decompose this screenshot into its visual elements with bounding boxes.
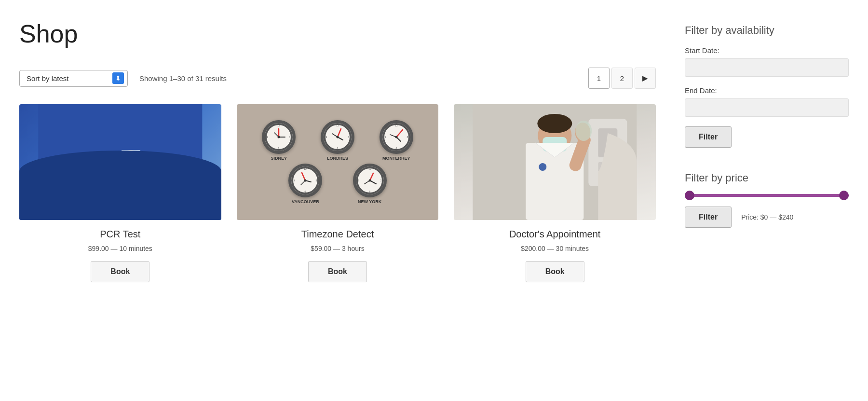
- page-2-button[interactable]: 2: [611, 68, 633, 89]
- product-meta-timezone: $59.00 — 3 hours: [311, 245, 364, 252]
- svg-text:12: 12: [277, 124, 280, 127]
- availability-filter-title: Filter by availability: [685, 24, 849, 37]
- price-filter-title: Filter by price: [685, 172, 849, 184]
- svg-line-9: [86, 162, 110, 169]
- svg-text:12: 12: [368, 167, 371, 170]
- svg-text:6: 6: [337, 147, 339, 150]
- product-card-timezone: 12 6 9 3 SIDNEY: [237, 104, 439, 282]
- results-count: Showing 1–30 of 31 results: [139, 74, 227, 83]
- page-1-button[interactable]: 1: [588, 68, 610, 89]
- sort-wrapper: Sort by latest Sort by price: low to hig…: [19, 70, 128, 87]
- svg-rect-6: [118, 167, 144, 206]
- price-slider[interactable]: [685, 194, 849, 197]
- book-button-timezone[interactable]: Book: [308, 261, 367, 282]
- availability-filter-button[interactable]: Filter: [685, 126, 732, 148]
- svg-rect-1: [38, 162, 202, 220]
- pagination: 1 2 ▶: [588, 68, 656, 89]
- svg-text:12: 12: [304, 167, 307, 170]
- svg-point-14: [278, 136, 280, 138]
- svg-text:9: 9: [326, 136, 327, 138]
- svg-point-50: [368, 180, 371, 182]
- sort-select[interactable]: Sort by latest Sort by price: low to hig…: [19, 70, 128, 87]
- svg-text:6: 6: [305, 190, 306, 193]
- svg-text:9: 9: [294, 179, 295, 182]
- price-filter-row: Filter Price: $0 — $240: [685, 207, 849, 228]
- page-next-button[interactable]: ▶: [635, 68, 656, 89]
- svg-text:3: 3: [380, 179, 381, 182]
- svg-text:3: 3: [348, 136, 350, 138]
- sidebar: Filter by availability Start Date: End D…: [685, 19, 849, 282]
- product-image-timezone: 12 6 9 3 SIDNEY: [237, 104, 439, 220]
- svg-rect-8: [121, 150, 140, 162]
- end-date-input[interactable]: [685, 98, 849, 117]
- svg-text:12: 12: [395, 124, 398, 127]
- book-button-pcr[interactable]: Book: [91, 261, 149, 282]
- product-meta-pcr: $99.00 — 10 minutes: [88, 245, 152, 252]
- svg-point-7: [121, 150, 140, 169]
- svg-text:9: 9: [267, 136, 269, 138]
- end-date-label: End Date:: [685, 86, 849, 95]
- product-image-pcr: [19, 104, 221, 220]
- svg-text:3: 3: [407, 136, 408, 138]
- product-card-doctor: Doctor's Appointment $200.00 — 30 minute…: [454, 104, 656, 282]
- page-title: Shop: [19, 19, 656, 48]
- product-name-pcr: PCR Test: [100, 229, 140, 240]
- price-slider-thumb-right[interactable]: [839, 191, 849, 200]
- price-filter-button[interactable]: Filter: [685, 207, 732, 228]
- svg-point-2: [72, 201, 101, 210]
- svg-point-61: [538, 114, 572, 133]
- book-button-doctor[interactable]: Book: [526, 261, 584, 282]
- svg-text:9: 9: [384, 136, 386, 138]
- svg-point-4: [76, 156, 97, 178]
- start-date-input[interactable]: [685, 58, 849, 77]
- product-grid: PCR Test $99.00 — 10 minutes Book: [19, 104, 656, 282]
- svg-text:6: 6: [369, 190, 370, 193]
- svg-text:9: 9: [358, 179, 359, 182]
- price-slider-track: [685, 194, 849, 197]
- svg-text:3: 3: [289, 136, 291, 138]
- svg-point-65: [576, 121, 592, 141]
- svg-point-41: [304, 180, 307, 182]
- svg-rect-3: [74, 177, 98, 206]
- start-date-label: Start Date:: [685, 46, 849, 55]
- svg-text:6: 6: [278, 147, 280, 150]
- toolbar: Sort by latest Sort by price: low to hig…: [19, 68, 656, 89]
- svg-rect-0: [38, 104, 202, 220]
- svg-rect-5: [79, 160, 94, 169]
- svg-text:6: 6: [395, 147, 397, 150]
- price-filter-section: Filter by price Filter Price: $0 — $240: [685, 172, 849, 228]
- price-range-text: Price: $0 — $240: [741, 213, 793, 221]
- product-card-pcr: PCR Test $99.00 — 10 minutes Book: [19, 104, 221, 282]
- svg-point-66: [539, 163, 547, 171]
- product-name-timezone: Timezone Detect: [301, 229, 374, 240]
- svg-text:3: 3: [316, 179, 317, 182]
- svg-point-23: [336, 136, 339, 138]
- product-meta-doctor: $200.00 — 30 minutes: [521, 245, 589, 252]
- product-image-doctor: [454, 104, 656, 220]
- svg-point-32: [395, 136, 397, 138]
- product-name-doctor: Doctor's Appointment: [509, 229, 600, 240]
- svg-text:12: 12: [336, 124, 339, 127]
- price-slider-thumb-left[interactable]: [685, 191, 694, 200]
